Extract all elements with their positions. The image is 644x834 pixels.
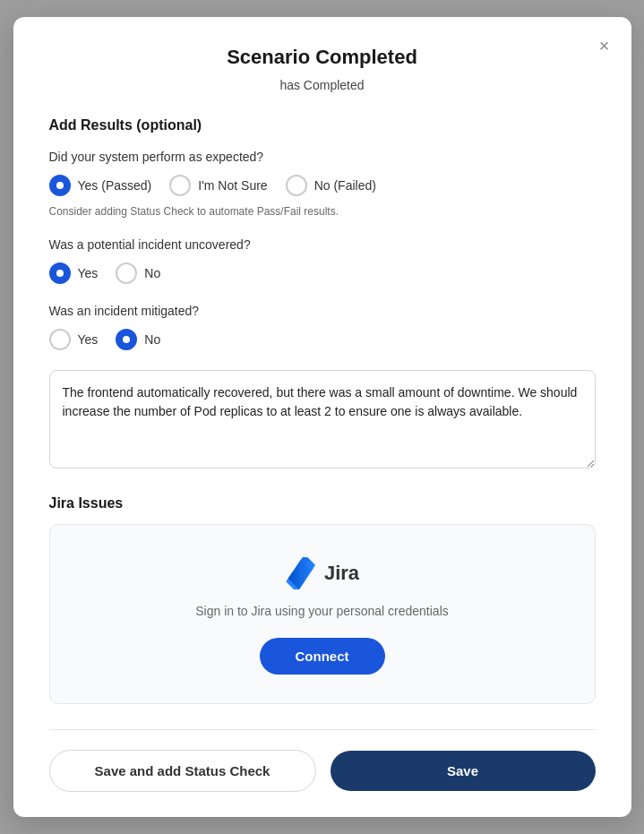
q3-radio-yes[interactable] — [49, 329, 71, 350]
jira-wordmark: Jira — [324, 562, 359, 585]
q2-radio-no[interactable] — [116, 262, 137, 284]
jira-logo: Jira — [285, 557, 359, 589]
subtitle-suffix: has Completed — [279, 78, 364, 92]
q2-label: Was a potential incident uncovered? — [49, 237, 596, 252]
modal-title: Scenario Completed — [49, 46, 596, 69]
modal-overlay: × Scenario Completed has Completed Add R… — [0, 0, 644, 834]
q1-option-no[interactable]: No (Failed) — [286, 175, 376, 196]
add-results-section: Add Results (optional) Did your system p… — [49, 117, 596, 495]
q3-option-no[interactable]: No — [116, 329, 160, 350]
jira-section-title: Jira Issues — [49, 495, 596, 512]
q1-hint: Consider adding Status Check to automate… — [49, 205, 596, 218]
jira-sign-in-text: Sign in to Jira using your personal cred… — [195, 604, 449, 618]
close-button[interactable]: × — [596, 33, 614, 58]
q3-label-yes: Yes — [78, 332, 99, 347]
q3-option-yes[interactable]: Yes — [49, 329, 99, 350]
footer-buttons: Save and add Status Check Save — [49, 729, 596, 792]
q1-label-no: No (Failed) — [314, 178, 376, 193]
q2-block: Was a potential incident uncovered? Yes … — [49, 237, 596, 284]
jira-section: Jira Issues Jira — [49, 495, 596, 704]
save-button[interactable]: Save — [331, 751, 596, 791]
q2-option-no[interactable]: No — [116, 262, 160, 284]
q1-radio-group: Yes (Passed) I'm Not Sure No (Failed) — [49, 175, 596, 196]
notes-textarea[interactable]: The frontend automatically recovered, bu… — [49, 370, 596, 469]
q1-label-notsure: I'm Not Sure — [198, 178, 267, 193]
q3-label: Was an incident mitigated? — [49, 304, 596, 318]
q2-label-yes: Yes — [78, 266, 99, 280]
add-results-title: Add Results (optional) — [49, 117, 596, 133]
q3-block: Was an incident mitigated? Yes No — [49, 304, 596, 350]
q2-radio-yes[interactable] — [49, 262, 71, 284]
q3-label-no: No — [144, 332, 160, 347]
q1-option-yes[interactable]: Yes (Passed) — [49, 175, 152, 196]
q3-radio-group: Yes No — [49, 329, 596, 350]
q1-label: Did your system perform as expected? — [49, 150, 596, 164]
save-add-status-button[interactable]: Save and add Status Check — [49, 750, 316, 792]
q1-radio-notsure[interactable] — [169, 175, 191, 196]
q1-radio-yes[interactable] — [49, 175, 71, 196]
connect-button[interactable]: Connect — [260, 638, 385, 675]
q3-radio-no[interactable] — [116, 329, 137, 350]
jira-icon — [285, 557, 317, 589]
q2-label-no: No — [144, 266, 160, 280]
q1-option-notsure[interactable]: I'm Not Sure — [169, 175, 267, 196]
q1-block: Did your system perform as expected? Yes… — [49, 150, 596, 218]
modal-subtitle: has Completed — [49, 78, 596, 92]
q2-radio-group: Yes No — [49, 262, 596, 284]
modal-container: × Scenario Completed has Completed Add R… — [13, 17, 631, 817]
q2-option-yes[interactable]: Yes — [49, 262, 99, 284]
q1-radio-no[interactable] — [286, 175, 307, 196]
q1-label-yes: Yes (Passed) — [78, 178, 152, 193]
jira-box: Jira Sign in to Jira using your personal… — [49, 524, 596, 704]
